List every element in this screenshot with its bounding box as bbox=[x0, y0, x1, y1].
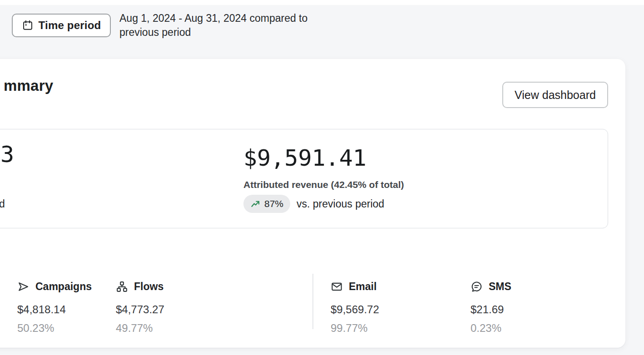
date-range-line-2: previous period bbox=[119, 25, 315, 39]
stat-flows: Flows $4,773.27 49.77% bbox=[116, 280, 164, 335]
change-badge: 87% bbox=[243, 195, 290, 213]
flow-icon bbox=[116, 281, 128, 293]
stat-label: Email bbox=[349, 281, 376, 293]
stat-value: $21.69 bbox=[471, 303, 511, 316]
change-percent: 87% bbox=[264, 198, 283, 209]
stat-percent: 0.23% bbox=[471, 322, 511, 335]
stat-percent: 49.77% bbox=[116, 322, 164, 335]
stats-divider bbox=[312, 274, 313, 329]
view-dashboard-button[interactable]: View dashboard bbox=[502, 82, 608, 108]
date-range-line-1: Aug 1, 2024 - Aug 31, 2024 compared to bbox=[119, 11, 315, 25]
stat-value: $4,773.27 bbox=[116, 303, 164, 316]
change-badge-row: 87% vs. previous period bbox=[243, 195, 384, 213]
time-period-button[interactable]: Time period bbox=[12, 14, 111, 37]
trend-up-icon bbox=[250, 199, 261, 209]
stat-label: SMS bbox=[489, 281, 511, 293]
stat-percent: 50.23% bbox=[17, 322, 92, 335]
time-period-label: Time period bbox=[39, 19, 101, 32]
card-title-fragment: mmary bbox=[4, 77, 53, 94]
stat-email: Email $9,569.72 99.77% bbox=[331, 280, 379, 335]
calendar-icon bbox=[22, 20, 34, 31]
stat-value: $4,818.14 bbox=[17, 303, 92, 316]
clipped-left-metric-caption-fragment: d bbox=[0, 198, 5, 210]
attributed-revenue-metric-card: 3 d $9,591.41 Attributed revenue (42.45%… bbox=[0, 129, 608, 228]
sms-icon bbox=[471, 281, 483, 293]
change-suffix: vs. previous period bbox=[297, 198, 384, 210]
stat-value: $9,569.72 bbox=[331, 303, 379, 316]
stat-sms: SMS $21.69 0.23% bbox=[471, 280, 511, 335]
stat-percent: 99.77% bbox=[331, 322, 379, 335]
clipped-left-metric-value-fragment: 3 bbox=[0, 141, 14, 168]
stat-label: Campaigns bbox=[35, 281, 92, 293]
date-range-text: Aug 1, 2024 - Aug 31, 2024 compared to p… bbox=[119, 11, 315, 39]
email-icon bbox=[331, 281, 343, 293]
attributed-revenue-label: Attributed revenue (42.45% of total) bbox=[243, 179, 404, 190]
attributed-revenue-value: $9,591.41 bbox=[243, 145, 367, 171]
stat-campaigns: Campaigns $4,818.14 50.23% bbox=[17, 280, 92, 335]
summary-card: mmary View dashboard 3 d $9,591.41 Attri… bbox=[0, 59, 625, 348]
send-icon bbox=[17, 281, 30, 293]
stat-label: Flows bbox=[134, 281, 163, 293]
